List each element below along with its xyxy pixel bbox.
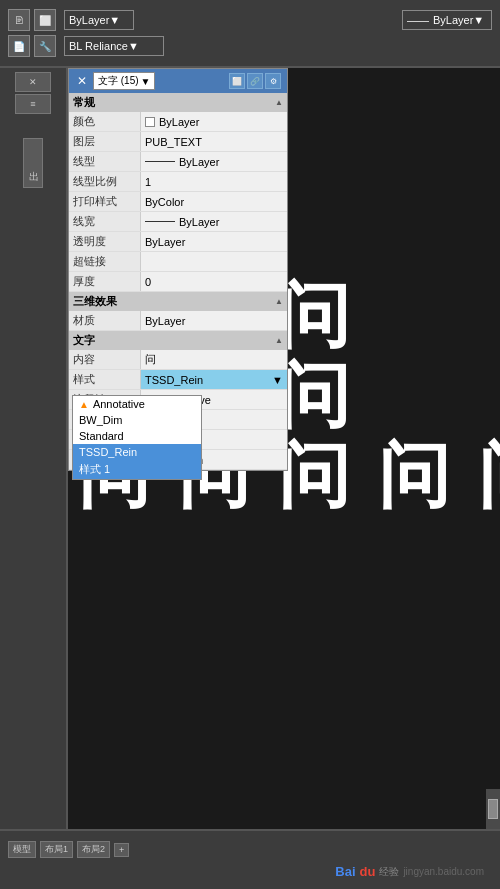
toolbar-icon-2[interactable]: ⬜ [34,9,56,31]
bylayer-dropdown-1[interactable]: ByLayer ▼ [64,10,134,30]
prop-thickness: 厚度 0 [69,272,287,292]
prop-linescale-value[interactable]: 1 [141,174,287,190]
prop-hyperlink: 超链接 [69,252,287,272]
prop-content-value[interactable]: 问 [141,350,287,369]
toolbar-row2: 📄 🔧 BL Reliance ▼ [8,35,492,57]
watermark-bai: Bai [335,864,355,879]
section-normal-label: 常规 [73,95,95,110]
prop-color-value[interactable]: ByLayer [141,114,287,130]
prop-linetype: 线型 ByLayer [69,152,287,172]
bottom-bar-row2: Baidu 经验 jingyan.baidu.com [8,860,492,883]
prop-linewidth: 线宽 ByLayer [69,212,287,232]
section-text-label: 文字 [73,333,95,348]
prop-style-value[interactable]: TSSD_Rein ▼ [141,372,287,388]
bottom-btn-1[interactable]: 模型 [8,841,36,858]
prop-layer-value[interactable]: PUB_TEXT [141,134,287,150]
style-dropdown-menu: ▲ Annotative BW_Dim Standard TSSD_Rein 样… [72,395,202,480]
content-text: 问 [145,352,156,367]
prop-layer-label: 图层 [69,132,141,151]
toolbar-row1: 🖹 ⬜ ByLayer ▼ —— ByLayer ▼ [8,9,492,31]
prop-plotstyle-label: 打印样式 [69,192,141,211]
annotative-dropdown-icon: ▲ [79,399,89,410]
watermark-site: jingyan.baidu.com [403,866,484,877]
section-3d-label: 三维效果 [73,294,117,309]
toolbar-icon-4[interactable]: 🔧 [34,35,56,57]
dropdown-footer[interactable]: 样式 1 [73,460,201,479]
panel-icon-2[interactable]: 🔗 [247,73,263,89]
prop-material: 材质 ByLayer [69,311,287,331]
bylayer-label-3: BL Reliance [69,40,128,52]
section-3d-arrow: ▲ [275,297,283,306]
prop-plotstyle-value[interactable]: ByColor [141,194,287,210]
dropdown-item-annotative[interactable]: ▲ Annotative [73,396,201,412]
dropdown-item-tssdrein[interactable]: TSSD_Rein [73,444,201,460]
section-text-arrow: ▲ [275,336,283,345]
toolbar-icon-1[interactable]: 🖹 [8,9,30,31]
toolbar-icon-3[interactable]: 📄 [8,35,30,57]
prop-thickness-label: 厚度 [69,272,141,291]
dropdown-bwdim-label: BW_Dim [79,414,122,426]
linewidth-dash [145,221,175,222]
scroll-thumb [488,799,498,819]
bylayer-dropdown-3[interactable]: BL Reliance ▼ [64,36,164,56]
prop-hyperlink-label: 超链接 [69,252,141,271]
sidebar-btn-1[interactable]: ✕ [15,72,51,92]
chevron-down-icon: ▼ [109,14,120,26]
watermark-du: du [360,864,376,879]
section-text[interactable]: 文字 ▲ [69,331,287,350]
text-count-dropdown[interactable]: 文字 (15) ▼ [93,72,155,90]
prop-hyperlink-value[interactable] [141,260,287,264]
sidebar-btn-3[interactable]: 出 [23,138,43,188]
plotstyle-text: ByColor [145,196,184,208]
linewidth-text: ByLayer [179,216,219,228]
dropdown-tssdrein-label: TSSD_Rein [79,446,137,458]
dropdown-item-standard[interactable]: Standard [73,428,201,444]
dropdown-annotative-label: Annotative [93,398,145,410]
prop-content: 内容 问 [69,350,287,370]
watermark-label: 经验 [379,865,399,879]
prop-color: 颜色 ByLayer [69,112,287,132]
panel-header-title: ✕ 文字 (15) ▼ [75,72,155,90]
prop-plotstyle: 打印样式 ByColor [69,192,287,212]
prop-linetype-value[interactable]: ByLayer [141,154,287,170]
sidebar-btn-2[interactable]: ≡ [15,94,51,114]
style-chevron[interactable]: ▼ [272,374,283,386]
section-3d[interactable]: 三维效果 ▲ [69,292,287,311]
prop-linewidth-value[interactable]: ByLayer [141,214,287,230]
dropdown-item-bwdim[interactable]: BW_Dim [73,412,201,428]
panel-header: ✕ 文字 (15) ▼ ⬜ 🔗 ⚙ [69,69,287,93]
panel-icon-1[interactable]: ⬜ [229,73,245,89]
bylayer-label-1: ByLayer [69,14,109,26]
prop-linewidth-label: 线宽 [69,212,141,231]
style-text: TSSD_Rein [145,374,203,386]
prop-material-label: 材质 [69,311,141,330]
bottom-btn-add[interactable]: + [114,843,129,857]
panel-close-button[interactable]: ✕ [75,74,89,88]
layer-text: PUB_TEXT [145,136,202,148]
prop-transparency-value[interactable]: ByLayer [141,234,287,250]
section-normal-arrow: ▲ [275,98,283,107]
toolbar-inner: 🖹 ⬜ ByLayer ▼ —— ByLayer ▼ 📄 🔧 BL Relian… [8,9,492,57]
color-text: ByLayer [159,116,199,128]
bottom-btn-3[interactable]: 布局2 [77,841,110,858]
chevron-icon: ▼ [141,76,151,87]
material-text: ByLayer [145,315,185,327]
bylayer-dropdown-2[interactable]: —— ByLayer ▼ [402,10,492,30]
prop-linescale: 线型比例 1 [69,172,287,192]
prop-linetype-label: 线型 [69,152,141,171]
prop-material-value[interactable]: ByLayer [141,313,287,329]
section-normal[interactable]: 常规 ▲ [69,93,287,112]
scroll-area[interactable] [486,789,500,829]
prop-transparency-label: 透明度 [69,232,141,251]
chevron-down-icon-3: ▼ [128,40,139,52]
dropdown-standard-label: Standard [79,430,124,442]
prop-style-label: 样式 [69,370,141,389]
panel-header-icons: ⬜ 🔗 ⚙ [229,73,281,89]
bottom-btn-2[interactable]: 布局1 [40,841,73,858]
thickness-text: 0 [145,276,151,288]
prop-thickness-value[interactable]: 0 [141,274,287,290]
dropdown-footer-label: 样式 1 [79,463,110,475]
panel-icon-3[interactable]: ⚙ [265,73,281,89]
prop-content-label: 内容 [69,350,141,369]
color-box [145,117,155,127]
